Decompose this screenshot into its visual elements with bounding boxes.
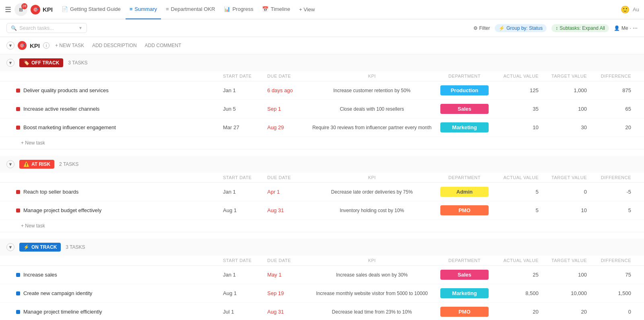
add-comment-btn[interactable]: ADD COMMENT	[142, 42, 184, 49]
group-by-icon: ⚡	[499, 25, 505, 31]
task-name-cell: Increase sales	[16, 272, 223, 278]
tab-progress[interactable]: 📊 Progress	[220, 0, 257, 19]
on-track-count: 3 TASKS	[66, 244, 85, 250]
new-task-at-risk[interactable]: + New task	[0, 220, 644, 232]
kpi-collapse-btn[interactable]: ▼	[6, 41, 14, 50]
dept-cell: Sales	[432, 270, 497, 280]
toolbar: 🔍 Search tasks... ▼ ⚙ Filter ⚡ Group by:…	[0, 19, 644, 37]
getting-started-icon: 📄	[62, 6, 68, 12]
task-color-dot	[16, 190, 20, 194]
tab-getting-started[interactable]: 📄 Getting Started Guide	[58, 0, 125, 19]
nav-right: 🙂 Au	[621, 5, 639, 14]
task-color-dot	[16, 89, 20, 93]
on-track-emoji: ⚡	[23, 244, 29, 250]
me-button[interactable]: 👤 Me · ⋯	[614, 25, 638, 31]
at-risk-header: ▼ ⚠️ AT RISK 2 TASKS	[0, 156, 644, 173]
at-risk-count: 2 TASKS	[59, 161, 78, 167]
kpi-title: KPI	[30, 42, 40, 49]
table-row[interactable]: Increase sales Jan 1 May 1 Increase sale…	[0, 266, 644, 284]
on-track-header: ▼ ⚡ ON TRACK 3 TASKS	[0, 239, 644, 256]
nav-smiley-icon[interactable]: 🙂	[621, 5, 630, 14]
task-name-cell: Manage project budget effectively	[16, 207, 223, 213]
toolbar-right: ⚙ Filter ⚡ Group by: Status ↕ Subtasks: …	[473, 24, 638, 32]
group-off-track: ▼ 🏷️ OFF TRACK 3 TASKS START DATE DUE DA…	[0, 54, 644, 149]
subtasks-button[interactable]: ↕ Subtasks: Expand All	[551, 24, 609, 32]
hamburger-icon[interactable]: ☰	[5, 5, 11, 14]
nav-user-label: Au	[633, 6, 639, 12]
task-name-cell: Manage project timeline efficiently	[16, 309, 223, 315]
divider-2	[0, 232, 644, 239]
task-name-cell: Boost marketing influencer engagement	[16, 124, 223, 130]
on-track-expand-btn[interactable]: ▼	[6, 243, 14, 251]
search-wrap[interactable]: 🔍 Search tasks... ▼	[6, 23, 87, 33]
tab-timeline[interactable]: 📅 Timeline	[258, 0, 294, 19]
table-row[interactable]: Boost marketing influencer engagement Ma…	[0, 118, 644, 137]
dept-cell: Production	[432, 85, 497, 95]
kpi-info-icon[interactable]: i	[43, 42, 50, 49]
group-at-risk: ▼ ⚠️ AT RISK 2 TASKS START DATE DUE DATE…	[0, 156, 644, 232]
at-risk-emoji: ⚠️	[23, 161, 29, 167]
table-row[interactable]: Deliver quality products and services Ja…	[0, 81, 644, 100]
task-color-dot	[16, 107, 20, 111]
timeline-icon: 📅	[262, 6, 268, 12]
filter-icon: ⚙	[473, 25, 478, 31]
on-track-badge: ⚡ ON TRACK	[19, 243, 61, 252]
table-row[interactable]: Manage project budget effectively Aug 1 …	[0, 201, 644, 220]
kpi-logo-icon: 🎯	[31, 5, 40, 14]
badge-count: 28	[21, 3, 27, 9]
table-row[interactable]: Create new campaign identity Aug 1 Sep 1…	[0, 284, 644, 303]
task-name-cell: Increase active reseller channels	[16, 106, 223, 112]
top-nav: ☰ 28 ⊞ 🎯 KPI 📄 Getting Started Guide ≡ S…	[0, 0, 644, 19]
kpi-icon: 🎯	[18, 41, 27, 50]
task-color-dot	[16, 291, 20, 295]
add-description-btn[interactable]: ADD DESCRIPTION	[90, 42, 139, 49]
task-color-dot	[16, 310, 20, 314]
off-track-count: 3 TASKS	[68, 60, 87, 66]
off-track-emoji: 🏷️	[23, 60, 29, 66]
kpi-logo[interactable]: 🎯 KPI	[31, 5, 53, 14]
me-more-icon: ⋯	[633, 25, 638, 31]
task-name-cell: Reach top seller boards	[16, 189, 223, 195]
dept-cell: Marketing	[432, 122, 497, 132]
new-task-btn[interactable]: + NEW TASK	[53, 42, 87, 49]
task-color-dot	[16, 126, 20, 130]
off-track-header: ▼ 🏷️ OFF TRACK 3 TASKS	[0, 54, 644, 71]
kpi-nav-label: KPI	[43, 6, 53, 13]
task-color-dot	[16, 273, 20, 277]
summary-icon: ≡	[130, 6, 133, 12]
at-risk-col-headers: START DATE DUE DATE KPI DEPARTMENT ACTUA…	[0, 173, 644, 183]
task-color-dot	[16, 209, 20, 213]
tab-departmental-okr[interactable]: ≡ Departmental OKR	[162, 0, 219, 19]
at-risk-badge: ⚠️ AT RISK	[19, 160, 54, 169]
search-placeholder: Search tasks...	[19, 25, 54, 31]
dept-cell: PMO	[432, 307, 497, 317]
at-risk-expand-btn[interactable]: ▼	[6, 160, 14, 168]
dropdown-icon[interactable]: ▼	[78, 26, 83, 30]
kpi-header-row: ▼ 🎯 KPI i + NEW TASK ADD DESCRIPTION ADD…	[0, 37, 644, 54]
subtasks-icon: ↕	[555, 25, 558, 31]
dots-icon-wrap[interactable]: 28 ⊞	[14, 3, 27, 16]
new-task-off-track[interactable]: + New task	[0, 137, 644, 149]
dept-cell: PMO	[432, 205, 497, 215]
off-track-expand-btn[interactable]: ▼	[6, 59, 14, 67]
group-on-track: ▼ ⚡ ON TRACK 3 TASKS START DATE DUE DATE…	[0, 239, 644, 320]
group-by-button[interactable]: ⚡ Group by: Status	[495, 24, 547, 32]
dept-cell: Marketing	[432, 288, 497, 298]
content: ▼ 🏷️ OFF TRACK 3 TASKS START DATE DUE DA…	[0, 54, 644, 320]
off-track-col-headers: START DATE DUE DATE KPI DEPARTMENT ACTUA…	[0, 71, 644, 81]
on-track-col-headers: START DATE DUE DATE KPI DEPARTMENT ACTUA…	[0, 256, 644, 266]
add-view-button[interactable]: + View	[295, 6, 319, 12]
tab-summary[interactable]: ≡ Summary	[126, 0, 161, 19]
search-icon: 🔍	[11, 25, 17, 31]
task-name-cell: Deliver quality products and services	[16, 87, 223, 93]
divider-1	[0, 149, 644, 156]
off-track-badge: 🏷️ OFF TRACK	[19, 58, 63, 67]
table-row[interactable]: Increase active reseller channels Jun 5 …	[0, 100, 644, 118]
task-name-cell: Create new campaign identity	[16, 290, 223, 296]
departmental-okr-icon: ≡	[166, 6, 169, 12]
person-icon: 👤	[614, 25, 620, 31]
filter-button[interactable]: ⚙ Filter	[473, 25, 490, 31]
table-row[interactable]: Reach top seller boards Jan 1 Apr 1 Decr…	[0, 183, 644, 201]
table-row[interactable]: Manage project timeline efficiently Jul …	[0, 303, 644, 320]
dept-cell: Sales	[432, 104, 497, 114]
